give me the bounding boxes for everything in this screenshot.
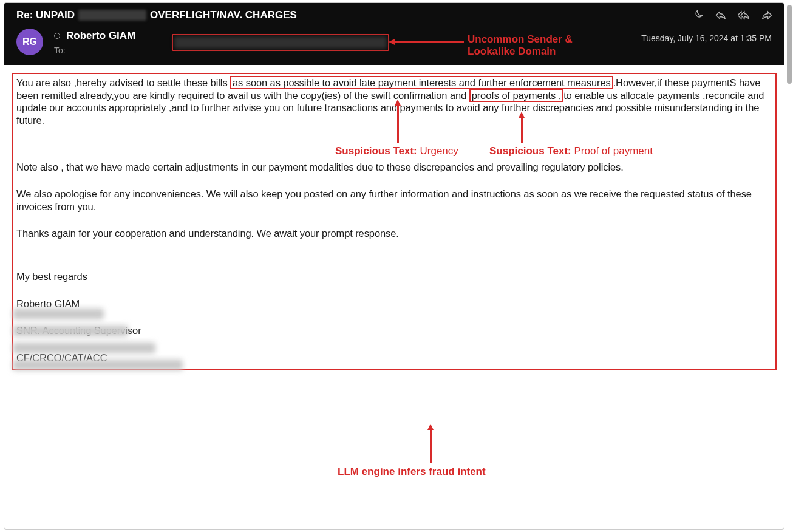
- body-paragraph-2: Note also , that we have made certain ad…: [16, 161, 772, 174]
- arrow-urgency-line: [397, 104, 399, 143]
- scrollbar-thumb[interactable]: [787, 5, 792, 84]
- header-toolbar: [692, 9, 773, 24]
- sender-line: Roberto GIAM: [54, 30, 135, 42]
- annotation-proof-value: Proof of payment: [571, 145, 653, 157]
- footer-redacted-block: [13, 302, 195, 377]
- arrow-sender-head: [389, 39, 395, 45]
- footer-redacted-line: [13, 326, 128, 336]
- subject-prefix: Re: UNPAID: [16, 9, 75, 21]
- body-paragraph-3: We also apologise for any inconveniences…: [16, 188, 772, 213]
- body-paragraph-4: Thanks again for your cooperation and un…: [16, 227, 772, 240]
- arrow-proof-head: [519, 112, 525, 118]
- subject-line: Re: UNPAID OVERFLIGHT/NAV. CHARGES: [16, 9, 772, 21]
- email-viewport: Re: UNPAID OVERFLIGHT/NAV. CHARGES: [4, 2, 784, 530]
- annotation-proof-label: Suspicious Text:: [489, 145, 571, 157]
- arrow-sender-line: [393, 41, 464, 43]
- reply-all-icon[interactable]: [738, 9, 750, 24]
- annotation-proof: Suspicious Text: Proof of payment: [489, 145, 653, 157]
- subject-redacted: [78, 10, 146, 21]
- email-timestamp: Tuesday, July 16, 2024 at 1:35 PM: [641, 33, 772, 43]
- annotation-urgency-value: Urgency: [417, 145, 458, 157]
- email-body-wrap: You are also ,hereby advised to settle t…: [4, 65, 784, 383]
- reply-icon[interactable]: [715, 9, 727, 24]
- app-root: Re: UNPAID OVERFLIGHT/NAV. CHARGES: [0, 0, 793, 532]
- sender-address-redacted: [174, 36, 387, 49]
- forward-icon[interactable]: [761, 9, 773, 24]
- scrollbar[interactable]: [786, 2, 793, 530]
- arrow-urgency-head: [395, 100, 401, 106]
- arrow-llm-head: [427, 424, 434, 430]
- proof-of-payment-highlight: proofs of payments ,: [469, 89, 564, 102]
- arrow-proof-line: [521, 117, 523, 143]
- subject-suffix: OVERFLIGHT/NAV. CHARGES: [150, 9, 297, 21]
- annotation-sender-line2: Lookalike Domain: [468, 46, 573, 58]
- footer-redacted-line: [13, 360, 183, 370]
- annotation-urgency: Suspicious Text: Urgency: [335, 145, 458, 157]
- footer-redacted-line: [13, 343, 155, 353]
- annotation-sender-line1: Uncommon Sender &: [468, 33, 573, 46]
- sender-name[interactable]: Roberto GIAM: [66, 30, 135, 42]
- sender-address-highlight: [172, 34, 389, 51]
- sender-block: Roberto GIAM To:: [54, 29, 135, 55]
- footer-redacted-line: [13, 309, 104, 319]
- signature-regards: My best regards: [16, 270, 772, 283]
- avatar-initials: RG: [22, 36, 37, 47]
- to-line: To:: [54, 46, 135, 55]
- urgency-highlight: as soon as possible to avoid late paymen…: [230, 76, 613, 89]
- presence-indicator: [54, 33, 60, 39]
- arrow-llm-line: [430, 429, 432, 463]
- body-paragraph-1: You are also ,hereby advised to settle t…: [16, 77, 772, 127]
- dark-mode-icon[interactable]: [692, 9, 704, 24]
- p1-pre: You are also ,hereby advised to settle t…: [16, 77, 230, 88]
- avatar[interactable]: RG: [16, 29, 43, 55]
- email-header: Re: UNPAID OVERFLIGHT/NAV. CHARGES: [4, 3, 784, 65]
- annotation-sender: Uncommon Sender & Lookalike Domain: [468, 33, 573, 58]
- annotation-urgency-label: Suspicious Text:: [335, 145, 417, 157]
- annotation-llm: LLM engine infers fraud intent: [338, 466, 486, 478]
